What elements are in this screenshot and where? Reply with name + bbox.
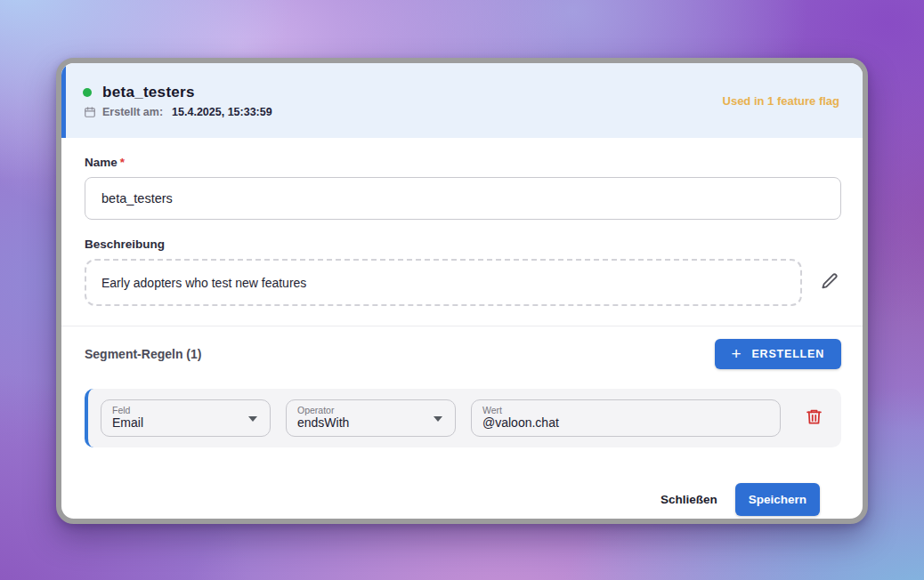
segment-dialog: beta_testers Erstellt am: 15.4.2025, 15:…: [56, 58, 868, 524]
close-button[interactable]: Schließen: [648, 484, 730, 515]
dialog-footer: Schließen Speichern: [85, 483, 841, 516]
dialog-body: Name* Beschreibung Early adopters who te…: [61, 156, 863, 516]
segment-title: beta_testers: [102, 84, 195, 101]
chevron-down-icon: [434, 416, 442, 422]
rule-value-field: Wert: [471, 399, 781, 437]
rule-operator-select[interactable]: Operator endsWith: [286, 399, 456, 437]
calendar-icon: [84, 106, 96, 118]
create-rule-label: ERSTELLEN: [751, 348, 824, 360]
usage-badge: Used in 1 feature flag: [723, 94, 839, 108]
save-button[interactable]: Speichern: [735, 483, 820, 516]
created-at-value: 15.4.2025, 15:33:59: [172, 106, 272, 118]
rule-value-input[interactable]: [482, 415, 769, 431]
delete-rule-button[interactable]: [803, 406, 825, 431]
desktop-background: { "modal": { "header": { "title": "beta_…: [0, 0, 924, 580]
name-input[interactable]: [85, 177, 841, 220]
header-left: beta_testers Erstellt am: 15.4.2025, 15:…: [83, 84, 272, 118]
section-divider: [61, 326, 863, 326]
create-rule-button[interactable]: + ERSTELLEN: [715, 339, 841, 369]
created-at-label: Erstellt am:: [102, 106, 163, 118]
operator-select-label: Operator: [297, 405, 444, 415]
rule-row: Feld Email Operator endsWith Wert: [85, 389, 841, 447]
operator-select-value: endsWith: [297, 415, 444, 431]
rule-field-select[interactable]: Feld Email: [101, 399, 271, 437]
rules-section-title: Segment-Regeln (1): [85, 347, 201, 361]
plus-icon: +: [732, 345, 742, 362]
pencil-icon: [820, 271, 839, 294]
dialog-header: beta_testers Erstellt am: 15.4.2025, 15:…: [61, 63, 863, 138]
field-select-value: Email: [112, 415, 259, 431]
field-select-label: Feld: [112, 405, 259, 415]
edit-description-button[interactable]: [818, 270, 841, 295]
chevron-down-icon: [248, 416, 257, 422]
description-box[interactable]: Early adopters who test new features: [85, 259, 802, 306]
status-dot: [83, 88, 92, 97]
trash-icon: [805, 407, 823, 429]
name-label: Name*: [85, 156, 841, 169]
value-field-label: Wert: [482, 405, 769, 415]
description-label: Beschreibung: [85, 238, 841, 251]
required-asterisk: *: [120, 156, 125, 169]
